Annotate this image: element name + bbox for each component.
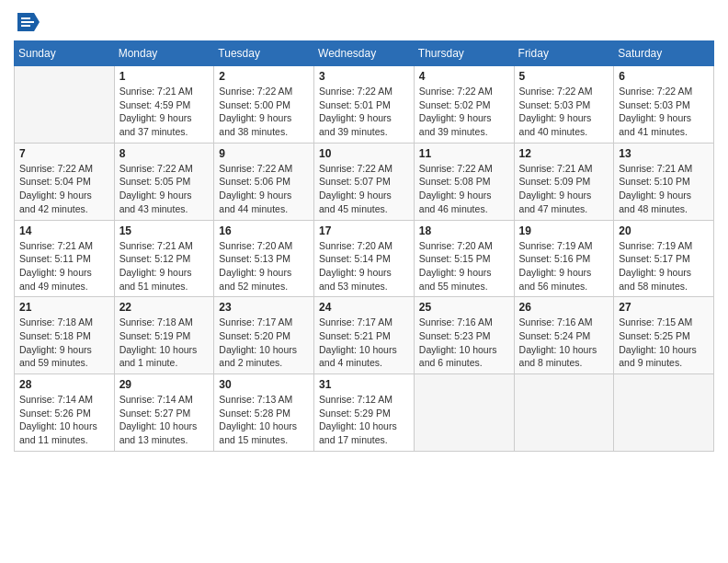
day-info: Sunrise: 7:20 AMSunset: 5:14 PMDaylight:… [319, 239, 409, 293]
logo [14, 9, 43, 35]
calendar-day-cell: 30Sunrise: 7:13 AMSunset: 5:28 PMDayligh… [214, 374, 314, 452]
day-info: Sunrise: 7:18 AMSunset: 5:18 PMDaylight:… [19, 316, 109, 370]
calendar-day-cell: 22Sunrise: 7:18 AMSunset: 5:19 PMDayligh… [114, 297, 214, 374]
day-info: Sunrise: 7:17 AMSunset: 5:20 PMDaylight:… [219, 316, 309, 370]
calendar-day-cell: 31Sunrise: 7:12 AMSunset: 5:29 PMDayligh… [314, 374, 415, 452]
calendar-day-cell: 10Sunrise: 7:22 AMSunset: 5:07 PMDayligh… [314, 143, 415, 220]
day-info: Sunrise: 7:13 AMSunset: 5:28 PMDaylight:… [219, 393, 309, 447]
day-number: 2 [219, 70, 309, 83]
day-info: Sunrise: 7:22 AMSunset: 5:03 PMDaylight:… [619, 85, 709, 139]
calendar-day-cell: 18Sunrise: 7:20 AMSunset: 5:15 PMDayligh… [414, 220, 514, 297]
day-number: 25 [419, 301, 509, 314]
calendar-day-cell: 20Sunrise: 7:19 AMSunset: 5:17 PMDayligh… [614, 220, 714, 297]
day-info: Sunrise: 7:22 AMSunset: 5:03 PMDaylight:… [519, 85, 609, 139]
day-number: 18 [419, 224, 509, 237]
calendar-day-cell: 21Sunrise: 7:18 AMSunset: 5:18 PMDayligh… [15, 297, 115, 374]
calendar-day-cell [414, 374, 514, 452]
calendar-week-row: 21Sunrise: 7:18 AMSunset: 5:18 PMDayligh… [15, 297, 714, 374]
calendar-day-cell: 9Sunrise: 7:22 AMSunset: 5:06 PMDaylight… [214, 143, 314, 220]
day-info: Sunrise: 7:22 AMSunset: 5:02 PMDaylight:… [419, 85, 509, 139]
weekday-header: Monday [114, 41, 214, 66]
calendar-day-cell: 27Sunrise: 7:15 AMSunset: 5:25 PMDayligh… [614, 297, 714, 374]
day-info: Sunrise: 7:21 AMSunset: 5:09 PMDaylight:… [519, 162, 609, 216]
calendar-week-row: 14Sunrise: 7:21 AMSunset: 5:11 PMDayligh… [15, 220, 714, 297]
day-info: Sunrise: 7:18 AMSunset: 5:19 PMDaylight:… [119, 316, 210, 370]
calendar-day-cell: 16Sunrise: 7:20 AMSunset: 5:13 PMDayligh… [214, 220, 314, 297]
day-number: 9 [219, 147, 309, 160]
calendar-day-cell: 4Sunrise: 7:22 AMSunset: 5:02 PMDaylight… [414, 66, 514, 144]
day-number: 13 [619, 147, 709, 160]
day-info: Sunrise: 7:21 AMSunset: 4:59 PMDaylight:… [119, 85, 210, 139]
day-number: 7 [19, 147, 109, 160]
day-info: Sunrise: 7:20 AMSunset: 5:13 PMDaylight:… [219, 239, 309, 293]
calendar-day-cell: 7Sunrise: 7:22 AMSunset: 5:04 PMDaylight… [15, 143, 115, 220]
weekday-header: Saturday [614, 41, 714, 66]
page-header [14, 9, 714, 35]
day-number: 26 [519, 301, 609, 314]
day-number: 27 [619, 301, 709, 314]
day-number: 30 [219, 378, 309, 391]
calendar-day-cell: 13Sunrise: 7:21 AMSunset: 5:10 PMDayligh… [614, 143, 714, 220]
day-info: Sunrise: 7:12 AMSunset: 5:29 PMDaylight:… [319, 393, 409, 447]
calendar-day-cell: 5Sunrise: 7:22 AMSunset: 5:03 PMDaylight… [514, 66, 614, 144]
day-info: Sunrise: 7:16 AMSunset: 5:24 PMDaylight:… [519, 316, 609, 370]
calendar-table: SundayMondayTuesdayWednesdayThursdayFrid… [14, 40, 714, 452]
day-info: Sunrise: 7:22 AMSunset: 5:06 PMDaylight:… [219, 162, 309, 216]
day-info: Sunrise: 7:20 AMSunset: 5:15 PMDaylight:… [419, 239, 509, 293]
calendar-day-cell: 19Sunrise: 7:19 AMSunset: 5:16 PMDayligh… [514, 220, 614, 297]
calendar-day-cell [614, 374, 714, 452]
day-number: 16 [219, 224, 309, 237]
day-info: Sunrise: 7:17 AMSunset: 5:21 PMDaylight:… [319, 316, 409, 370]
calendar-day-cell: 8Sunrise: 7:22 AMSunset: 5:05 PMDaylight… [114, 143, 214, 220]
day-number: 3 [319, 70, 409, 83]
calendar-day-cell: 3Sunrise: 7:22 AMSunset: 5:01 PMDaylight… [314, 66, 415, 144]
day-info: Sunrise: 7:14 AMSunset: 5:27 PMDaylight:… [119, 393, 210, 447]
day-info: Sunrise: 7:22 AMSunset: 5:08 PMDaylight:… [419, 162, 509, 216]
day-info: Sunrise: 7:14 AMSunset: 5:26 PMDaylight:… [19, 393, 109, 447]
day-number: 29 [119, 378, 210, 391]
weekday-header: Friday [514, 41, 614, 66]
day-info: Sunrise: 7:19 AMSunset: 5:17 PMDaylight:… [619, 239, 709, 293]
calendar-day-cell: 24Sunrise: 7:17 AMSunset: 5:21 PMDayligh… [314, 297, 415, 374]
day-number: 24 [319, 301, 409, 314]
calendar-day-cell: 17Sunrise: 7:20 AMSunset: 5:14 PMDayligh… [314, 220, 415, 297]
day-number: 19 [519, 224, 609, 237]
calendar-day-cell [15, 66, 115, 144]
day-number: 28 [19, 378, 109, 391]
day-number: 23 [219, 301, 309, 314]
day-number: 21 [19, 301, 109, 314]
day-number: 14 [19, 224, 109, 237]
calendar-day-cell: 23Sunrise: 7:17 AMSunset: 5:20 PMDayligh… [214, 297, 314, 374]
day-info: Sunrise: 7:22 AMSunset: 5:05 PMDaylight:… [119, 162, 210, 216]
day-info: Sunrise: 7:21 AMSunset: 5:10 PMDaylight:… [619, 162, 709, 216]
day-info: Sunrise: 7:22 AMSunset: 5:07 PMDaylight:… [319, 162, 409, 216]
calendar-day-cell: 26Sunrise: 7:16 AMSunset: 5:24 PMDayligh… [514, 297, 614, 374]
day-info: Sunrise: 7:19 AMSunset: 5:16 PMDaylight:… [519, 239, 609, 293]
calendar-day-cell: 25Sunrise: 7:16 AMSunset: 5:23 PMDayligh… [414, 297, 514, 374]
weekday-header: Tuesday [214, 41, 314, 66]
calendar-day-cell: 11Sunrise: 7:22 AMSunset: 5:08 PMDayligh… [414, 143, 514, 220]
day-number: 20 [619, 224, 709, 237]
day-info: Sunrise: 7:22 AMSunset: 5:04 PMDaylight:… [19, 162, 109, 216]
day-number: 4 [419, 70, 509, 83]
calendar-week-row: 1Sunrise: 7:21 AMSunset: 4:59 PMDaylight… [15, 66, 714, 144]
calendar-week-row: 7Sunrise: 7:22 AMSunset: 5:04 PMDaylight… [15, 143, 714, 220]
calendar-header-row: SundayMondayTuesdayWednesdayThursdayFrid… [15, 41, 714, 66]
day-info: Sunrise: 7:22 AMSunset: 5:00 PMDaylight:… [219, 85, 309, 139]
day-number: 11 [419, 147, 509, 160]
calendar-week-row: 28Sunrise: 7:14 AMSunset: 5:26 PMDayligh… [15, 374, 714, 452]
calendar-day-cell: 14Sunrise: 7:21 AMSunset: 5:11 PMDayligh… [15, 220, 115, 297]
weekday-header: Sunday [15, 41, 115, 66]
day-info: Sunrise: 7:22 AMSunset: 5:01 PMDaylight:… [319, 85, 409, 139]
day-info: Sunrise: 7:16 AMSunset: 5:23 PMDaylight:… [419, 316, 509, 370]
calendar-day-cell: 6Sunrise: 7:22 AMSunset: 5:03 PMDaylight… [614, 66, 714, 144]
day-number: 1 [119, 70, 210, 83]
calendar-day-cell: 15Sunrise: 7:21 AMSunset: 5:12 PMDayligh… [114, 220, 214, 297]
weekday-header: Thursday [414, 41, 514, 66]
calendar-day-cell: 1Sunrise: 7:21 AMSunset: 4:59 PMDaylight… [114, 66, 214, 144]
calendar-day-cell [514, 374, 614, 452]
day-info: Sunrise: 7:15 AMSunset: 5:25 PMDaylight:… [619, 316, 709, 370]
day-info: Sunrise: 7:21 AMSunset: 5:12 PMDaylight:… [119, 239, 210, 293]
day-number: 15 [119, 224, 210, 237]
calendar-day-cell: 29Sunrise: 7:14 AMSunset: 5:27 PMDayligh… [114, 374, 214, 452]
